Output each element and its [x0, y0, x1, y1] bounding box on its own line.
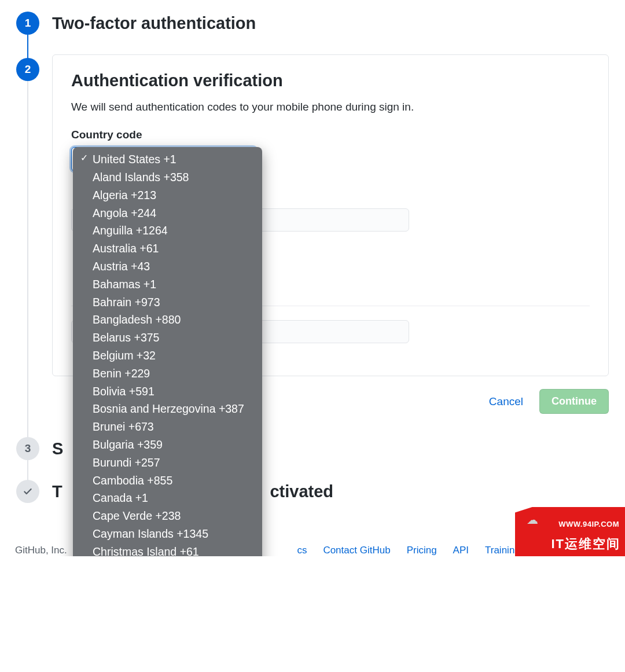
step-3-title: S	[52, 437, 63, 460]
step-3-badge: 3	[16, 437, 39, 460]
dropdown-item[interactable]: Christmas Island +61	[75, 543, 260, 556]
footer-link-4[interactable]: API	[453, 545, 469, 556]
dropdown-item[interactable]: Cape Verde +238	[75, 507, 260, 525]
dropdown-item[interactable]: Bosnia and Herzegovina +387	[75, 400, 260, 418]
card-desc: We will send authentication codes to you…	[71, 101, 590, 113]
dropdown-item[interactable]: Anguilla +1264	[75, 222, 260, 240]
step-1-title: Two-factor authentication	[52, 12, 256, 35]
footer-link-3[interactable]: Pricing	[407, 545, 437, 556]
dropdown-item[interactable]: Brunei +673	[75, 418, 260, 436]
dropdown-item[interactable]: Belarus +375	[75, 329, 260, 347]
cancel-button[interactable]: Cancel	[489, 395, 523, 408]
footer-company: GitHub, Inc.	[15, 545, 67, 556]
dropdown-item[interactable]: Aland Islands +358	[75, 168, 260, 186]
footer-link-2[interactable]: Contact GitHub	[323, 545, 390, 556]
dropdown-item[interactable]: Angola +244	[75, 204, 260, 222]
check-icon	[23, 486, 33, 497]
step-1-row: 1 Two-factor authentication	[16, 12, 609, 35]
watermark-line2: IT运维空间	[551, 535, 620, 553]
dropdown-item[interactable]: Belgium +32	[75, 347, 260, 365]
watermark: ☁ WWW.94IP.COM IT运维空间	[515, 507, 625, 556]
continue-button[interactable]: Continue	[539, 389, 609, 414]
watermark-icon: ☁	[527, 513, 538, 527]
step-4-badge	[16, 480, 39, 503]
dropdown-item[interactable]: Austria +43	[75, 258, 260, 276]
connector-2-4	[27, 81, 28, 498]
watermark-line1: WWW.94IP.COM	[558, 520, 619, 528]
dropdown-item[interactable]: Australia +61	[75, 240, 260, 258]
country-code-dropdown[interactable]: United States +1Aland Islands +358Algeri…	[73, 147, 262, 556]
dropdown-item[interactable]: Benin +229	[75, 365, 260, 383]
card-title: Authentication verification	[71, 71, 590, 90]
dropdown-item[interactable]: Canada +1	[75, 489, 260, 507]
dropdown-item[interactable]: Bulgaria +359	[75, 436, 260, 454]
dropdown-item[interactable]: United States +1	[75, 150, 260, 168]
dropdown-item[interactable]: Bahamas +1	[75, 276, 260, 293]
step-2-badge: 2	[16, 58, 39, 81]
dropdown-item[interactable]: Bolivia +591	[75, 382, 260, 400]
dropdown-item[interactable]: Algeria +213	[75, 186, 260, 204]
dropdown-item[interactable]: Bangladesh +880	[75, 311, 260, 329]
country-code-label: Country code	[71, 128, 590, 141]
dropdown-item[interactable]: Cayman Islands +1345	[75, 525, 260, 543]
dropdown-item[interactable]: Burundi +257	[75, 454, 260, 472]
dropdown-item[interactable]: Cambodia +855	[75, 471, 260, 489]
dropdown-item[interactable]: Bahrain +973	[75, 293, 260, 311]
footer-link-1[interactable]: cs	[297, 545, 307, 556]
step-1-badge: 1	[16, 12, 39, 35]
